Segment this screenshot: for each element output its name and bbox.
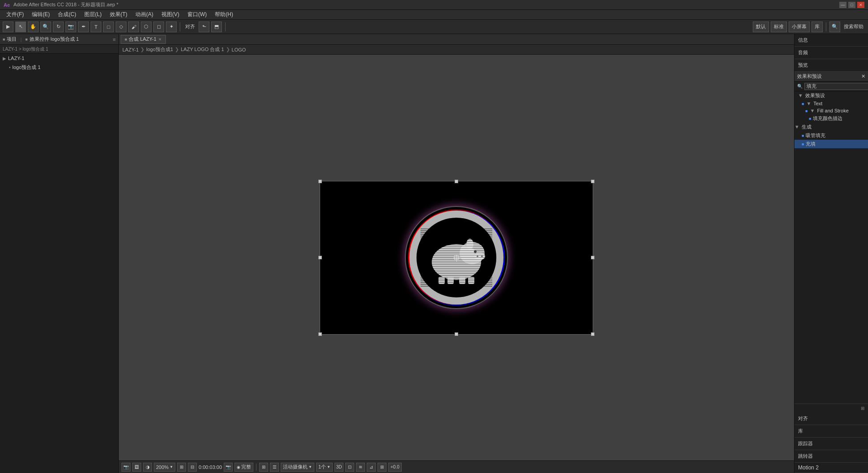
breadcrumb-lazy-logo[interactable]: LAZY LOGO 合成 1 [181,46,224,53]
menu-edit[interactable]: 编辑(E) [28,10,53,19]
shape-tool[interactable]: □ [103,22,114,32]
zoom-tool[interactable]: 🔍 [40,22,51,32]
composition-canvas[interactable] [320,181,593,335]
right-section-motion2[interactable]: Motion 2 [794,463,868,473]
puppet-tool[interactable]: ✦ [166,22,177,32]
effects-search-bar: 🔍 ✕ [794,82,868,91]
tree-fcs-label: 填充颜色描边 [813,116,842,121]
vt-camera[interactable]: 📷 [224,463,233,472]
menu-help[interactable]: 帮助(H) [211,10,237,19]
vt-channels[interactable]: ☰ [270,463,279,472]
canvas-wrapper [119,55,794,460]
tree-fill-label: 充填 [806,141,816,146]
menu-layer[interactable]: 图层(L) [81,10,105,19]
vt-zoom-dropdown[interactable]: 200% ▼ [154,463,175,472]
tree-effects-arrow: ▼ [798,93,803,98]
panel-menu-icon[interactable]: ≡ [113,37,116,42]
vt-show-snap[interactable]: 🖼 [132,463,141,472]
right-section-align[interactable]: 对齐 [794,413,868,425]
vt-motion-blur[interactable]: ≋ [356,463,365,472]
tree-fill-icon: ■ [802,142,804,146]
search-button[interactable]: 🔍 [829,22,840,32]
menu-animation[interactable]: 动画(A) [132,10,157,19]
tree-text-icon: ■ [802,102,804,106]
vt-pixel-aspect[interactable]: ⊡ [345,463,354,472]
menu-effects[interactable]: 效果(T) [106,10,131,19]
vt-alpha-grid[interactable]: ⊞ [259,463,268,472]
vt-snapshot[interactable]: 📷 [122,463,130,472]
brush-tool[interactable]: 🖌 [128,22,139,32]
mask-tool[interactable]: ◇ [116,22,126,32]
tree-effects-label: 效果预设 [805,93,825,98]
comp-tab-lazy1[interactable]: ■ 合成 LAZY-1 ✕ [121,35,166,44]
tree-generate-label: 生成 [802,124,812,129]
vt-3d[interactable]: 3D [334,463,343,472]
play-button[interactable]: ▶ [3,22,13,32]
vt-time-label: 0:00:03:00 [199,464,222,470]
menu-compose[interactable]: 合成(C) [54,10,80,19]
project-label: 项目 [7,36,17,43]
right-section-jumper[interactable]: 跳转器 [794,450,868,463]
pen-tool[interactable]: ✒ [78,22,89,32]
effects-panel: 效果和预设 ✕ 🔍 ✕ ▼ 效果预设 ■ ▼ Text ■ [794,72,868,413]
comp-tab-close[interactable]: ✕ [158,37,162,42]
hand-tool[interactable]: ✋ [28,22,39,32]
align-left[interactable]: ⬑ [199,22,209,32]
text-tool[interactable]: T [91,22,101,32]
menu-view[interactable]: 视图(V) [158,10,183,19]
tree-generate[interactable]: ▼ 生成 [794,123,868,131]
menu-window[interactable]: 窗口(W) [184,10,210,19]
search-icon: 🔍 [797,84,803,89]
vt-views-arrow: ▼ [327,465,330,469]
effects-search-input[interactable] [804,83,868,90]
tree-fill-color-stroke[interactable]: ■ 填充颜色描边 [794,114,868,123]
tree-dropper-icon: ■ [802,133,804,138]
tree-fill-stroke[interactable]: ■ ▼ Fill and Stroke [794,107,868,114]
vt-draft-3d[interactable]: ⊿ [367,463,376,472]
right-section-info[interactable]: 信息 [794,34,868,47]
effects-panel-header: 效果和预设 ✕ [794,72,868,82]
align-right[interactable]: ⬒ [211,22,222,32]
tree-effects-presets[interactable]: ▼ 效果预设 [794,91,868,100]
toolbar: ▶ ↖ ✋ 🔍 ↻ 📷 ✒ T □ ◇ 🖌 ⬡ ◻ ✦ 对齐 ⬑ ⬒ 默认 标准… [0,20,868,34]
right-section-tracker[interactable]: 跟踪器 [794,438,868,450]
vt-camera-dropdown[interactable]: 活动摄像机 ▼ [281,463,314,472]
project-item-logo[interactable]: • logo预合成 1 [0,63,118,72]
breadcrumb-logo-precomp[interactable]: logo预合成1 [146,46,173,53]
effects-bottom-icon: ⊞ [861,406,864,411]
right-section-library[interactable]: 库 [794,425,868,438]
close-button[interactable]: ✕ [857,2,864,8]
breadcrumb-lazy[interactable]: LAZY-1 [122,47,139,52]
vt-grid[interactable]: ⊟ [188,463,197,472]
tree-fill[interactable]: ■ 充填 [794,140,868,148]
workspace-standard[interactable]: 标准 [771,22,787,32]
vt-offset[interactable]: +0.0 [388,463,402,472]
vt-views-dropdown[interactable]: 1个 ▼ [316,463,333,472]
vt-views-value: 1个 [318,464,326,470]
workspace-default[interactable]: 默认 [753,22,769,32]
tree-dropper-fill[interactable]: ■ 吸管填充 [794,131,868,140]
vt-fit-comp[interactable]: ⊞ [177,463,186,472]
right-section-preview[interactable]: 预览 [794,59,868,72]
vt-camera-arrow: ▼ [308,465,312,469]
select-tool[interactable]: ↖ [15,22,26,32]
workspace-small[interactable]: 小屏幕 [789,22,810,32]
center-crosshair [454,255,459,260]
menu-file[interactable]: 文件(F) [3,10,27,19]
eraser-tool[interactable]: ◻ [153,22,164,32]
camera-tool[interactable]: 📷 [65,22,76,32]
project-item-lazy[interactable]: ▶ LAZY-1 [0,54,118,63]
vt-quality-dropdown[interactable]: ◉ 完整 [234,463,253,472]
effects-panel-close[interactable]: ✕ [861,73,865,79]
breadcrumb-logo[interactable]: LOGO [232,47,246,52]
vt-guides[interactable]: ⊞ [378,463,386,472]
maximize-button[interactable]: □ [848,2,855,8]
rotate-tool[interactable]: ↻ [53,22,64,32]
vt-toggle-alpha[interactable]: ◑ [143,463,152,472]
minimize-button[interactable]: — [839,2,846,8]
clone-tool[interactable]: ⬡ [141,22,152,32]
window-controls: — □ ✕ [839,2,864,8]
tree-text[interactable]: ■ ▼ Text [794,100,868,107]
right-section-audio[interactable]: 音频 [794,47,868,59]
workspace-library[interactable]: 库 [812,22,823,32]
